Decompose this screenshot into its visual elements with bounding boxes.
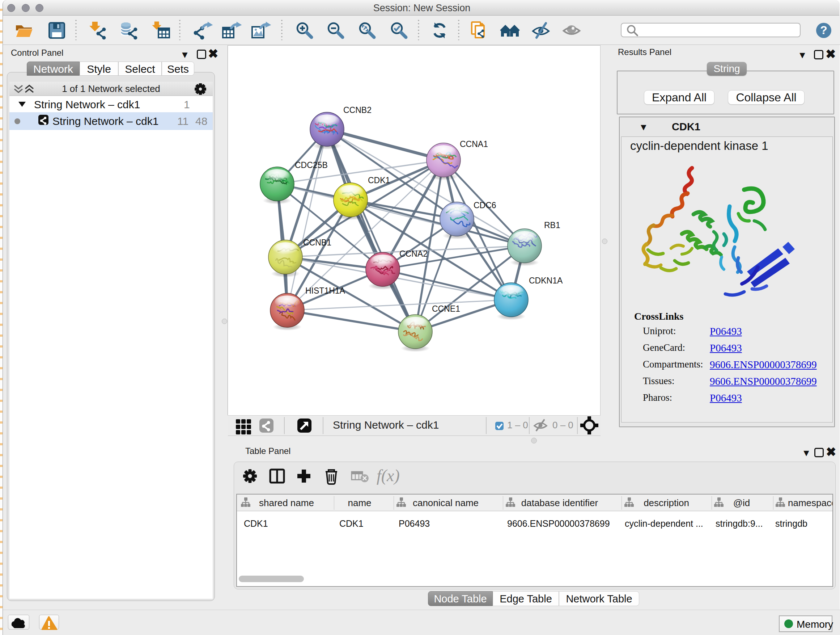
svg-text:HIST1H1A: HIST1H1A [305, 286, 346, 295]
svg-text:CDKN1A: CDKN1A [529, 276, 563, 285]
svg-text:CCNB2: CCNB2 [343, 105, 371, 115]
svg-text:CDC25B: CDC25B [295, 160, 328, 170]
svg-text:CCNE1: CCNE1 [432, 304, 460, 314]
svg-text:RB1: RB1 [544, 220, 561, 230]
svg-text:CCNA1: CCNA1 [460, 139, 488, 149]
svg-text:CDC6: CDC6 [474, 201, 496, 210]
svg-text:CCNA2: CCNA2 [399, 249, 428, 258]
svg-text:CDK1: CDK1 [368, 176, 390, 185]
svg-text:f(x): f(x) [377, 466, 400, 485]
svg-text:?: ? [820, 24, 827, 36]
svg-text:CCNB1: CCNB1 [303, 238, 332, 247]
